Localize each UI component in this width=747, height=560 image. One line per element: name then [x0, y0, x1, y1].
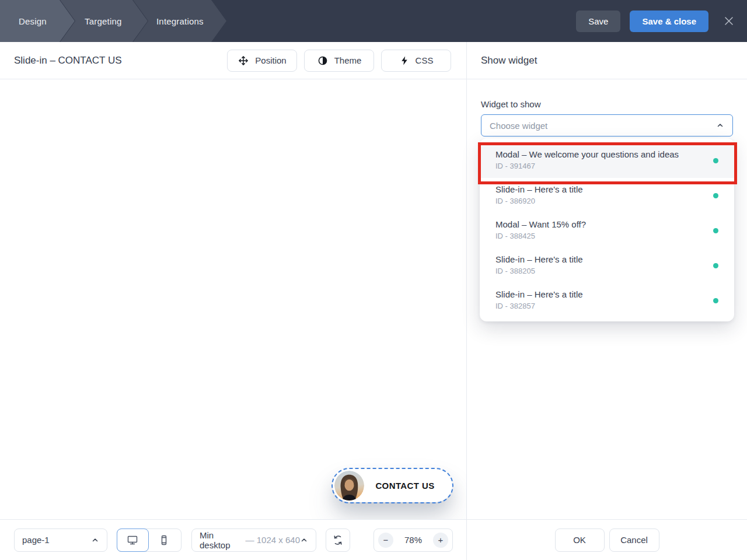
widget-editor-app: Design Targeting Integrations Save Save …	[0, 0, 747, 560]
editor-subheader: Slide-in – CONTACT US Position	[0, 42, 466, 79]
avatar	[334, 471, 364, 501]
panel-footer-actions: OK Cancel	[467, 528, 747, 552]
panel-footer: OK Cancel	[467, 519, 747, 560]
chevron-up-icon	[716, 121, 724, 130]
widget-option-id: ID - 391467	[495, 160, 717, 172]
widget-option-title: Slide-in – Here's a title	[495, 288, 717, 300]
theme-button-label: Theme	[334, 55, 362, 65]
theme-button[interactable]: Theme	[304, 50, 374, 72]
widget-option[interactable]: Modal – Want 15% off? ID - 388425	[480, 213, 734, 248]
viewport-size-value: Min desktop	[200, 530, 243, 550]
step-tabs: Design Targeting Integrations	[0, 0, 226, 42]
mobile-icon	[158, 534, 170, 547]
panel-title: Show widget	[481, 55, 537, 66]
choose-widget-select[interactable]: Choose widget	[481, 114, 733, 136]
desktop-toggle-button[interactable]	[117, 528, 149, 552]
zoom-in-button[interactable]: +	[433, 533, 448, 548]
widget-option-title: Slide-in – Here's a title	[495, 183, 717, 195]
widget-option-title: Slide-in – Here's a title	[495, 253, 717, 265]
preview-toolbar: page-1	[0, 519, 466, 560]
chevron-up-icon	[91, 536, 99, 544]
widget-status-dot	[713, 158, 718, 163]
panel-header: Show widget	[467, 42, 747, 79]
widget-status-dot	[713, 228, 718, 233]
device-toggle	[117, 528, 181, 552]
widget-option[interactable]: Slide-in – Here's a title ID - 386920	[480, 178, 734, 213]
tab-integrations-label: Integrations	[156, 16, 204, 26]
zoom-out-button[interactable]: −	[378, 533, 393, 548]
css-button[interactable]: CSS	[381, 50, 451, 72]
widget-option-title: Modal – Want 15% off?	[495, 218, 717, 230]
widget-option-id: ID - 386920	[495, 195, 717, 207]
widget-option[interactable]: Modal – We welcome your questions and id…	[480, 143, 734, 178]
save-and-close-button[interactable]: Save & close	[630, 10, 708, 32]
cancel-button[interactable]: Cancel	[609, 528, 659, 552]
position-button[interactable]: Position	[227, 50, 297, 72]
mobile-toggle-button[interactable]	[148, 528, 180, 552]
slidein-widget-label: CONTACT US	[364, 481, 451, 491]
zoom-level: 78%	[404, 535, 422, 545]
page-select[interactable]: page-1	[14, 528, 107, 552]
widget-option[interactable]: Slide-in – Here's a title ID - 388205	[480, 248, 734, 283]
ok-button[interactable]: OK	[555, 528, 605, 552]
widget-option[interactable]: Slide-in – Here's a title ID - 382857	[480, 283, 734, 318]
refresh-preview-button[interactable]	[326, 528, 350, 552]
viewport-size-select[interactable]: Min desktop — 1024 x 640	[191, 528, 316, 552]
slidein-widget-preview[interactable]: CONTACT US	[333, 469, 452, 502]
widget-option-id: ID - 388425	[495, 230, 717, 242]
topbar-actions: Save Save & close	[576, 10, 747, 32]
refresh-icon	[332, 534, 344, 546]
widget-status-dot	[713, 193, 718, 198]
page-select-value: page-1	[22, 535, 50, 545]
position-button-label: Position	[255, 55, 286, 65]
widget-option-id: ID - 382857	[495, 300, 717, 312]
widget-status-dot	[713, 298, 718, 303]
widget-list: Modal – We welcome your questions and id…	[480, 138, 734, 321]
save-button[interactable]: Save	[576, 10, 620, 32]
settings-panel: Show widget Widget to show Choose widget…	[467, 42, 747, 560]
widget-title: Slide-in – CONTACT US	[14, 55, 122, 66]
widget-option-title: Modal – We welcome your questions and id…	[495, 148, 717, 160]
tab-targeting-label: Targeting	[85, 16, 122, 26]
preview-canvas: CONTACT US	[0, 79, 466, 519]
lightning-icon	[399, 55, 410, 66]
desktop-icon	[126, 534, 139, 547]
editor-tools: Position Theme CSS	[227, 50, 451, 72]
panel-body: Widget to show Choose widget Modal – We …	[467, 79, 747, 136]
viewport-size-dimensions: — 1024 x 640	[246, 535, 300, 545]
close-icon[interactable]	[723, 15, 735, 27]
editor-column: Slide-in – CONTACT US Position	[0, 42, 467, 560]
move-icon	[238, 55, 249, 66]
css-button-label: CSS	[416, 55, 434, 65]
chevron-up-icon	[300, 536, 308, 544]
widget-status-dot	[713, 263, 718, 268]
contrast-icon	[317, 55, 329, 66]
tab-design[interactable]: Design	[0, 0, 75, 42]
tab-design-label: Design	[19, 16, 47, 26]
choose-widget-placeholder: Choose widget	[490, 121, 547, 131]
topbar: Design Targeting Integrations Save Save …	[0, 0, 747, 42]
zoom-control: − 78% +	[374, 528, 453, 552]
widget-to-show-label: Widget to show	[481, 99, 733, 109]
widget-option-id: ID - 388205	[495, 265, 717, 277]
